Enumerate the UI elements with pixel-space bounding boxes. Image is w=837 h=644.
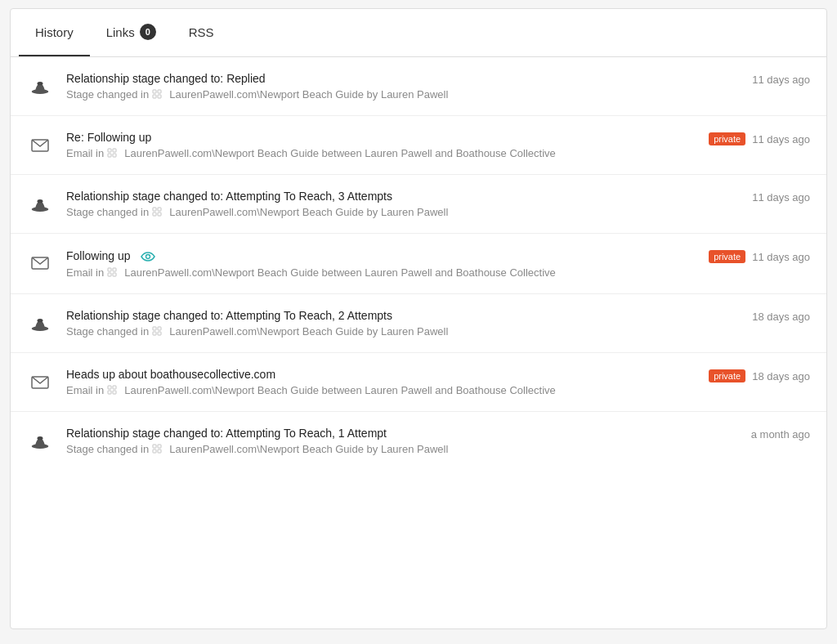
hat-icon <box>30 433 50 449</box>
item-title: Relationship stage changed to: Attemptin… <box>66 427 738 440</box>
subtitle-path: LaurenPawell.com\Newport Beach Guide bet… <box>124 266 556 279</box>
envelope-icon <box>31 376 49 389</box>
item-content: Relationship stage changed to: Attemptin… <box>66 309 739 338</box>
svg-rect-2 <box>153 90 156 93</box>
time-label: 11 days ago <box>752 133 810 145</box>
svg-rect-26 <box>158 327 161 330</box>
svg-rect-20 <box>113 268 116 271</box>
time-label: 18 days ago <box>752 370 810 382</box>
svg-rect-37 <box>158 445 161 448</box>
item-title: Re: Following up <box>66 131 696 144</box>
item-subtitle: Stage changed in LaurenPawell.com\Newpor… <box>66 443 738 455</box>
svg-rect-33 <box>113 391 116 394</box>
svg-rect-38 <box>153 449 156 453</box>
item-title: Relationship stage changed to: Attemptin… <box>66 309 739 322</box>
item-right: 18 days ago <box>752 311 810 323</box>
tab-links[interactable]: Links0 <box>90 9 172 56</box>
history-item: Following up Email in LaurenPawell.com\N… <box>11 234 826 294</box>
item-right: 11 days ago <box>752 74 810 86</box>
item-content: Heads up about boathousecollective.com E… <box>66 368 696 396</box>
svg-rect-16 <box>158 212 161 216</box>
tab-history[interactable]: History <box>19 9 90 56</box>
item-content: Relationship stage changed to: Attemptin… <box>66 427 738 455</box>
svg-rect-5 <box>158 95 161 98</box>
svg-rect-10 <box>113 154 116 157</box>
svg-rect-31 <box>113 386 116 389</box>
subtitle-prefix: Stage changed in <box>66 206 149 218</box>
subtitle-prefix: Stage changed in <box>66 443 149 455</box>
hat-icon <box>30 196 50 212</box>
subtitle-path: LaurenPawell.com\Newport Beach Guide bet… <box>124 384 556 396</box>
eye-icon-indicator <box>141 248 155 263</box>
svg-rect-3 <box>158 90 161 93</box>
subtitle-prefix: Stage changed in <box>66 88 149 101</box>
svg-rect-7 <box>108 149 111 152</box>
svg-point-35 <box>38 436 43 440</box>
time-label: a month ago <box>751 428 810 441</box>
item-subtitle: Stage changed in LaurenPawell.com\Newpor… <box>66 206 739 218</box>
private-badge: private <box>709 369 745 382</box>
tabs-bar: HistoryLinks0RSS <box>11 9 826 57</box>
item-title-text: Relationship stage changed to: Attemptin… <box>66 190 392 203</box>
tab-badge-links: 0 <box>140 24 156 40</box>
svg-rect-14 <box>158 208 161 211</box>
grid-icon <box>152 326 163 338</box>
item-icon-hat <box>27 74 53 100</box>
time-label: 18 days ago <box>752 311 810 323</box>
item-title-text: Relationship stage changed to: Attemptin… <box>66 427 387 440</box>
svg-point-18 <box>145 254 150 258</box>
svg-rect-9 <box>108 154 111 157</box>
item-icon-hat <box>27 311 53 337</box>
time-label: 11 days ago <box>752 251 810 263</box>
svg-rect-30 <box>108 386 111 389</box>
svg-rect-4 <box>153 95 156 98</box>
private-badge: private <box>709 132 745 145</box>
svg-rect-39 <box>158 449 161 453</box>
grid-icon <box>152 444 163 455</box>
subtitle-path: LaurenPawell.com\Newport Beach Guide by … <box>169 88 448 101</box>
item-right: private 18 days ago <box>709 369 810 382</box>
item-right: 11 days ago <box>752 191 810 203</box>
item-right: private 11 days ago <box>709 250 810 263</box>
item-title: Relationship stage changed to: Attemptin… <box>66 190 739 203</box>
item-title-text: Re: Following up <box>66 131 151 144</box>
time-label: 11 days ago <box>752 74 810 86</box>
tab-rss[interactable]: RSS <box>172 9 231 56</box>
svg-rect-36 <box>153 445 156 448</box>
item-icon-envelope <box>27 250 53 276</box>
tab-label-links: Links <box>106 25 135 39</box>
subtitle-path: LaurenPawell.com\Newport Beach Guide by … <box>169 443 448 455</box>
svg-rect-21 <box>108 273 111 276</box>
subtitle-path: LaurenPawell.com\Newport Beach Guide by … <box>169 325 448 338</box>
svg-rect-27 <box>153 332 156 335</box>
grid-icon <box>107 385 119 396</box>
history-item: Relationship stage changed to: Attemptin… <box>11 294 826 353</box>
history-item: Relationship stage changed to: Attemptin… <box>11 412 826 470</box>
svg-rect-32 <box>108 391 111 394</box>
item-content: Relationship stage changed to: Replied S… <box>66 72 739 101</box>
grid-icon <box>107 267 119 279</box>
item-subtitle: Email in LaurenPawell.com\Newport Beach … <box>66 266 696 279</box>
tab-label-rss: RSS <box>189 25 214 39</box>
svg-rect-8 <box>113 149 116 152</box>
hat-icon <box>30 315 50 332</box>
svg-rect-15 <box>153 212 156 216</box>
tab-label-history: History <box>35 25 74 39</box>
item-right: a month ago <box>751 428 810 441</box>
subtitle-prefix: Email in <box>66 266 104 279</box>
item-subtitle: Email in LaurenPawell.com\Newport Beach … <box>66 384 696 396</box>
history-item: Re: Following up Email in LaurenPawell.c… <box>11 116 826 175</box>
item-icon-hat <box>27 428 53 454</box>
item-title-text: Relationship stage changed to: Replied <box>66 72 266 85</box>
svg-point-24 <box>38 319 43 322</box>
item-title: Heads up about boathousecollective.com <box>66 368 696 381</box>
item-subtitle: Stage changed in LaurenPawell.com\Newpor… <box>66 88 739 101</box>
hat-icon <box>30 78 50 95</box>
subtitle-prefix: Email in <box>66 147 104 159</box>
history-item: Relationship stage changed to: Attemptin… <box>11 175 826 234</box>
item-title-text: Following up <box>66 249 131 262</box>
grid-icon <box>107 148 119 159</box>
item-content: Re: Following up Email in LaurenPawell.c… <box>66 131 696 159</box>
svg-point-1 <box>38 82 43 85</box>
svg-rect-19 <box>108 268 111 271</box>
